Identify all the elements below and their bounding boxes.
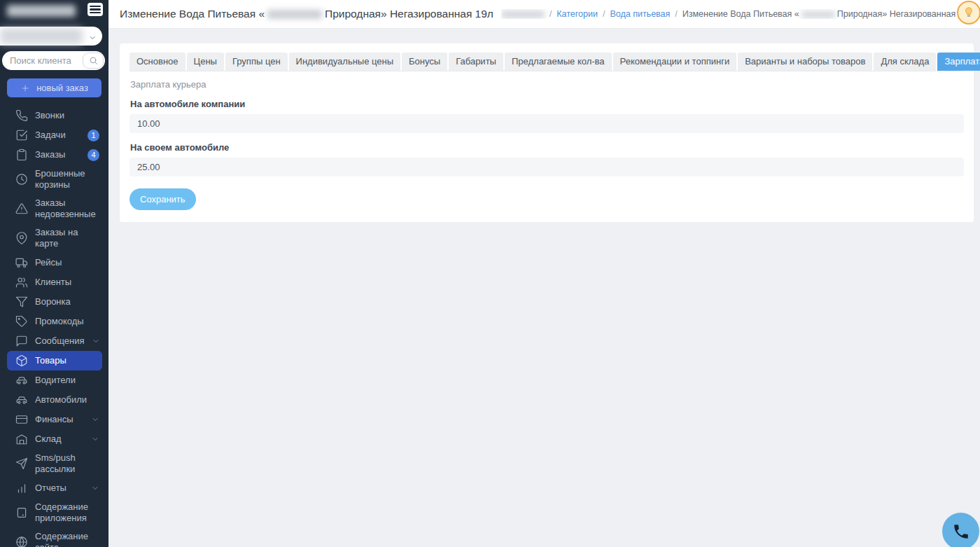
sidebar-item-label: Содержание приложения xyxy=(35,501,99,524)
sidebar-item-drivers[interactable]: Водители xyxy=(7,371,102,390)
new-order-label: новый заказ xyxy=(36,83,88,93)
sidebar-item-calls[interactable]: Звонки xyxy=(7,106,102,125)
clock-icon xyxy=(15,173,28,186)
sidebar-item-finance[interactable]: Финансы xyxy=(7,410,102,429)
sidebar-nav: ЗвонкиЗадачи1Заказы4Брошенные корзиныЗак… xyxy=(0,106,108,547)
sidebar-item-label: Сообщения xyxy=(35,335,85,347)
breadcrumb-separator: / xyxy=(550,9,552,19)
field-label-company-car: На автомобиле компании xyxy=(130,99,963,109)
tag-icon xyxy=(15,315,28,328)
card-icon xyxy=(15,413,28,426)
branch-select[interactable] xyxy=(0,27,102,46)
sidebar-item-orders-map[interactable]: Заказы на карте xyxy=(7,223,102,253)
cube-icon xyxy=(15,354,28,367)
tab-dimensions[interactable]: Габариты xyxy=(449,53,503,71)
sidebar-item-sms-push[interactable]: Sms/push рассылки xyxy=(7,449,102,478)
redacted-text xyxy=(0,28,83,44)
warning-icon xyxy=(15,202,28,215)
breadcrumb-separator: / xyxy=(675,9,677,19)
sidebar-item-label: Клиенты xyxy=(35,277,99,288)
company-logo xyxy=(7,5,76,17)
sidebar-item-label: Водители xyxy=(35,375,99,386)
breadcrumb-water[interactable]: Вода питьевая xyxy=(610,9,670,19)
breadcrumb-current: Изменение Вода Питьевая «Природная» Нега… xyxy=(682,9,973,19)
redacted-text xyxy=(501,11,545,18)
sidebar-item-cars[interactable]: Автомобили xyxy=(7,390,102,410)
client-search xyxy=(2,51,105,70)
app-icon xyxy=(15,506,28,519)
field-input-company-car[interactable] xyxy=(130,114,964,133)
sidebar-item-orders[interactable]: Заказы4 xyxy=(7,145,102,165)
sidebar-item-funnel[interactable]: Воронка xyxy=(7,292,102,312)
chat-icon xyxy=(15,335,28,347)
main-area: Изменение Вода Питьевая «Природная» Нега… xyxy=(108,0,980,547)
sidebar-item-trips[interactable]: Рейсы xyxy=(7,253,102,272)
send-icon xyxy=(15,457,28,470)
map-pin-icon xyxy=(15,232,28,244)
phone-fab-button[interactable] xyxy=(942,513,979,547)
new-order-button[interactable]: новый заказ xyxy=(7,78,102,97)
chevron-down-icon xyxy=(91,435,99,443)
sidebar-item-site-content[interactable]: Содержание сайта xyxy=(7,527,102,547)
sidebar-item-label: Промокоды xyxy=(35,316,99,327)
sidebar-item-label: Склад xyxy=(35,434,84,445)
count-badge: 1 xyxy=(88,130,99,141)
search-icon xyxy=(89,56,98,65)
tab-suggested-qty[interactable]: Предлагаемые кол-ва xyxy=(505,53,612,71)
users-icon xyxy=(15,276,28,289)
save-button[interactable]: Сохранить xyxy=(130,188,196,210)
sidebar: новый заказ ЗвонкиЗадачи1Заказы4Брошенны… xyxy=(0,0,108,547)
tab-variants[interactable]: Варианты и наборы товаров xyxy=(738,53,872,71)
chart-icon xyxy=(15,482,28,494)
redacted-text xyxy=(802,11,835,18)
tab-bonuses[interactable]: Бонусы xyxy=(402,53,447,71)
tab-main[interactable]: Основное xyxy=(130,53,186,71)
redacted-text xyxy=(267,10,322,19)
plus-icon xyxy=(20,83,30,93)
tab-salary[interactable]: Зарплата xyxy=(937,53,980,71)
breadcrumb-hidden xyxy=(501,9,545,19)
search-input[interactable] xyxy=(2,55,83,66)
sidebar-item-label: Товары xyxy=(35,355,99,366)
search-button[interactable] xyxy=(83,53,104,69)
tab-for-warehouse[interactable]: Для склада xyxy=(874,53,936,71)
sidebar-item-abandoned-carts[interactable]: Брошенные корзины xyxy=(7,165,102,194)
sidebar-item-clients[interactable]: Клиенты xyxy=(7,272,102,292)
sidebar-item-label: Содержание сайта xyxy=(35,531,99,547)
sidebar-item-promocodes[interactable]: Промокоды xyxy=(7,312,102,331)
sidebar-item-reports[interactable]: Отчеты xyxy=(7,478,102,498)
sidebar-item-label: Задачи xyxy=(35,130,80,141)
sidebar-item-label: Рейсы xyxy=(35,257,99,268)
logo-row xyxy=(7,3,104,22)
breadcrumb-categories[interactable]: Категории xyxy=(556,9,598,19)
sidebar-item-label: Звонки xyxy=(35,110,99,121)
sidebar-item-tasks[interactable]: Задачи1 xyxy=(7,125,102,145)
car-icon xyxy=(15,374,28,387)
topbar: Изменение Вода Питьевая «Природная» Нега… xyxy=(108,0,980,29)
breadcrumb: /Категории/Вода питьевая/Изменение Вода … xyxy=(501,9,973,19)
chevron-down-icon xyxy=(92,337,100,345)
car-icon xyxy=(15,394,28,406)
sidebar-item-label: Финансы xyxy=(35,414,84,425)
phone-icon xyxy=(15,109,28,122)
sidebar-item-products[interactable]: Товары xyxy=(7,351,102,371)
product-edit-card: ОсновноеЦеныГруппы ценИндивидуальные цен… xyxy=(120,43,974,222)
field-input-own-car[interactable] xyxy=(130,158,964,176)
globe-icon xyxy=(15,536,28,547)
tab-individual-prices[interactable]: Индивидуальные цены xyxy=(289,53,400,71)
warehouse-icon xyxy=(15,433,28,445)
sidebar-item-label: Брошенные корзины xyxy=(35,168,99,191)
sidebar-item-undelivered-orders[interactable]: Заказы недовезенные xyxy=(7,194,102,223)
menu-toggle-icon[interactable] xyxy=(88,3,103,16)
lightbulb-icon xyxy=(962,6,976,20)
tab-recommendations[interactable]: Рекомендации и топпинги xyxy=(613,53,737,71)
tab-price-groups[interactable]: Группы цен xyxy=(225,53,288,71)
sidebar-item-app-content[interactable]: Содержание приложения xyxy=(7,498,102,527)
tab-bar: ОсновноеЦеныГруппы ценИндивидуальные цен… xyxy=(130,53,964,71)
lightbulb-help-button[interactable] xyxy=(957,1,980,25)
tab-prices[interactable]: Цены xyxy=(187,53,224,71)
sidebar-item-warehouse[interactable]: Склад xyxy=(7,429,102,449)
sidebar-item-label: Воронка xyxy=(35,296,99,307)
sidebar-item-messages[interactable]: Сообщения xyxy=(7,331,102,351)
tasks-icon xyxy=(15,129,28,141)
